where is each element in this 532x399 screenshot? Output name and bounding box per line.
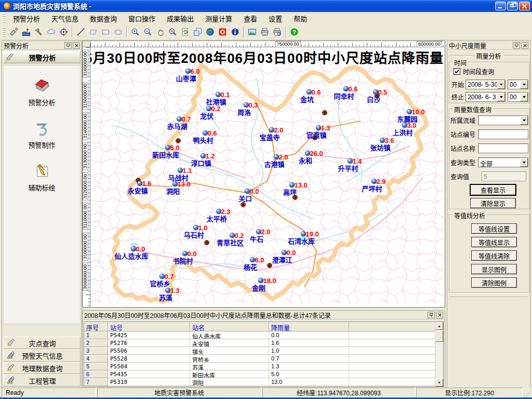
table-row[interactable]: 1P5425仙人造水库0.0 xyxy=(84,331,443,339)
station-name-input[interactable] xyxy=(478,143,528,153)
tool-button-2[interactable]: 预警制作 xyxy=(4,119,80,150)
menu-item-3[interactable]: 数据查询 xyxy=(84,11,123,25)
close-icon[interactable] xyxy=(73,42,80,49)
globe-icon[interactable] xyxy=(204,26,216,38)
print-preview-icon[interactable] xyxy=(271,26,283,38)
help-icon[interactable]: ? xyxy=(288,26,300,38)
scroll-down-icon[interactable]: ▼ xyxy=(435,379,443,387)
view-display-button[interactable]: 查看显示 xyxy=(470,184,516,196)
status-scale: 显示比例:172.290 xyxy=(416,388,523,397)
contour-button-5[interactable]: 清除图例 xyxy=(471,277,517,288)
target-icon[interactable] xyxy=(57,26,70,38)
sidebar-bar-3[interactable]: 地理数据查询 xyxy=(3,362,81,374)
cell: 8 xyxy=(84,386,108,387)
table-row[interactable]: 8P5313马战村1.1 xyxy=(84,386,443,387)
table-row[interactable]: 4P5528官桥乡0.7 xyxy=(84,355,443,363)
close-button[interactable] xyxy=(519,2,530,10)
pin-icon[interactable] xyxy=(428,312,435,318)
rectangle-icon[interactable] xyxy=(99,26,112,38)
column-header-3[interactable]: 站名 xyxy=(190,322,269,331)
chevron-down-icon[interactable] xyxy=(497,92,505,101)
table-row[interactable]: 6P5435新田水库5.0 xyxy=(84,370,443,378)
table-row[interactable]: 7P5310洞阳13.0 xyxy=(84,378,443,386)
table-row[interactable]: 3P5506镇头1.0 xyxy=(84,347,443,355)
scrollbar-thumb[interactable] xyxy=(435,330,443,342)
zoom-extent-icon[interactable] xyxy=(166,26,179,38)
menu-item-1[interactable]: 预警分析 xyxy=(7,11,46,25)
minimize-button[interactable] xyxy=(495,2,506,10)
pan-icon[interactable] xyxy=(154,26,166,38)
column-header-1[interactable]: 序号 xyxy=(84,322,108,331)
chevron-down-icon[interactable] xyxy=(520,158,528,167)
menu-item-4[interactable]: 窗口操作 xyxy=(123,11,161,25)
contour-button-1[interactable]: 等值线设置 xyxy=(471,223,517,234)
table-row[interactable]: 5P5504苏溪1.3 xyxy=(84,363,443,370)
menu-item-7[interactable]: 查看 xyxy=(238,11,263,25)
notepad-icon xyxy=(33,162,51,181)
restore-button[interactable] xyxy=(507,2,518,10)
warning-make-icon[interactable] xyxy=(20,26,32,38)
menu-item-8[interactable]: 设置 xyxy=(263,11,288,25)
menu-item-9[interactable]: 帮助 xyxy=(288,11,313,25)
line-icon[interactable] xyxy=(74,26,87,38)
map-window: 750000.00800000.00 3160000.003150000.003… xyxy=(82,41,445,308)
cell: P5313 xyxy=(108,386,190,387)
menu-item-2[interactable]: 天气信息 xyxy=(46,11,84,25)
time-range-checkbox[interactable] xyxy=(454,68,460,75)
sidebar-bar-1[interactable]: 灾点查询 xyxy=(3,337,81,349)
tool-button-1[interactable]: 预警分析 xyxy=(4,77,80,107)
resize-grip[interactable] xyxy=(524,388,530,397)
left-panel-header[interactable]: 预警分析 xyxy=(3,51,81,63)
close-icon[interactable] xyxy=(521,42,528,49)
end-hour-combo[interactable]: 00 xyxy=(508,92,528,102)
refresh-icon[interactable] xyxy=(179,26,191,38)
print-icon[interactable] xyxy=(258,26,271,38)
stop-icon[interactable] xyxy=(216,26,229,38)
station-id-input[interactable] xyxy=(478,129,528,139)
chevron-down-icon[interactable] xyxy=(520,92,528,101)
zoom-in-icon[interactable] xyxy=(129,26,141,38)
hammer-icon[interactable] xyxy=(32,26,45,38)
sidebar-bar-2[interactable]: 预警天气信息 xyxy=(3,349,81,362)
chevron-down-icon[interactable] xyxy=(520,116,528,125)
cell: 13.0 xyxy=(269,378,349,386)
tool-button-3[interactable]: 辅助标绘 xyxy=(4,162,80,192)
table-scrollbar[interactable]: ▲ ▼ xyxy=(435,322,443,387)
basin-combo[interactable] xyxy=(478,115,528,125)
clear-display-button[interactable]: 清除显示 xyxy=(470,198,516,208)
close-icon[interactable] xyxy=(436,312,443,318)
sidebar-bar-4[interactable]: 工程管理 xyxy=(3,374,81,387)
zoom-out-icon[interactable] xyxy=(141,26,154,38)
start-date-combo[interactable]: 2008- 5-30 xyxy=(466,79,506,89)
start-hour-combo[interactable]: 00 xyxy=(508,79,528,89)
column-header-4[interactable]: 降雨量 xyxy=(269,322,349,331)
scroll-up-icon[interactable]: ▲ xyxy=(435,322,443,330)
status-bar: Ready 地质灾害预警系统 经纬度:113.947670,28.099093 … xyxy=(2,388,530,397)
end-date-combo[interactable]: 2008- 6- 3 xyxy=(466,92,506,102)
warning-analysis-icon[interactable] xyxy=(7,26,20,38)
menu-item-5[interactable]: 成果输出 xyxy=(161,11,200,25)
tool-label: 辅助标绘 xyxy=(28,182,55,192)
pin-icon[interactable] xyxy=(64,42,72,49)
station-value: 1.4 xyxy=(353,157,363,165)
chevron-down-icon[interactable] xyxy=(497,80,505,89)
cloud-icon[interactable] xyxy=(45,26,57,38)
stamp-icon xyxy=(7,376,17,385)
polygon-icon[interactable] xyxy=(87,26,99,38)
chevron-down-icon[interactable] xyxy=(520,80,528,89)
menu-grip xyxy=(3,14,6,23)
map-canvas[interactable]: 6.0山枣潭0.1社港镇0.3周洛0.2龙伏0.6金坑0.6同幸村0.5白沙10… xyxy=(90,47,444,304)
pin-icon[interactable] xyxy=(513,42,520,49)
menu-item-6[interactable]: 测量计算 xyxy=(200,11,238,25)
ellipse-icon[interactable] xyxy=(112,26,124,38)
table-row[interactable]: 2P5276永安镇1.6 xyxy=(84,339,443,347)
layers-icon[interactable] xyxy=(191,26,204,38)
query-type-combo[interactable]: 全部 xyxy=(478,157,528,167)
column-header-2[interactable]: 站号 xyxy=(108,322,190,331)
contour-button-3[interactable]: 等值线清除 xyxy=(471,250,517,261)
contour-button-4[interactable]: 显示图例 xyxy=(471,264,517,274)
info-icon[interactable] xyxy=(229,26,241,38)
contour-button-2[interactable]: 等值线显示 xyxy=(471,237,517,247)
cell: 新田水库 xyxy=(190,370,269,378)
image-icon[interactable] xyxy=(246,26,258,38)
